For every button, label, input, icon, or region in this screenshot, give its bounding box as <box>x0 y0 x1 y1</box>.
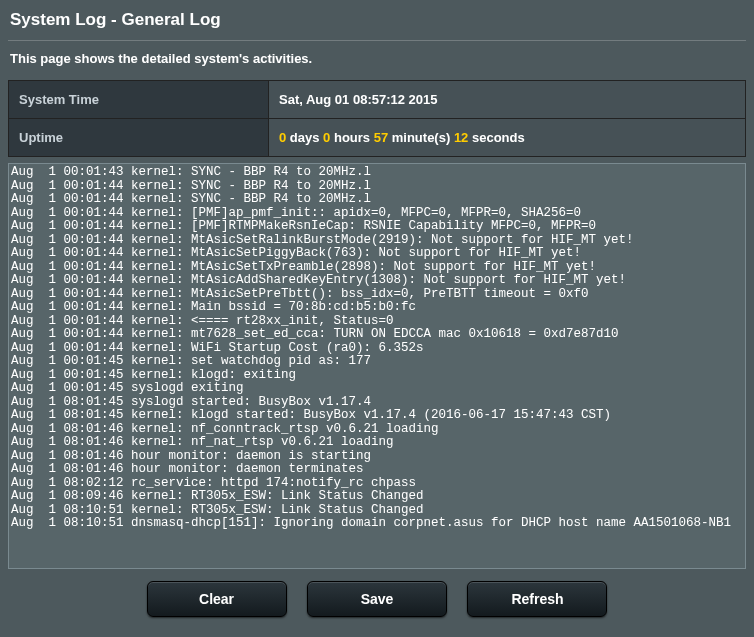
table-row: System Time Sat, Aug 01 08:57:12 2015 <box>9 81 746 119</box>
uptime-secs-t: seconds <box>468 130 524 145</box>
table-row: Uptime 0 days 0 hours 57 minute(s) 12 se… <box>9 119 746 157</box>
uptime-value: 0 days 0 hours 57 minute(s) 12 seconds <box>269 119 746 157</box>
system-time-label: System Time <box>9 81 269 119</box>
uptime-mins-t: minute(s) <box>388 130 454 145</box>
log-container <box>8 163 746 569</box>
button-row: Clear Save Refresh <box>8 569 746 617</box>
uptime-label: Uptime <box>9 119 269 157</box>
uptime-days-t: days <box>286 130 323 145</box>
system-time-value: Sat, Aug 01 08:57:12 2015 <box>269 81 746 119</box>
page-description: This page shows the detailed system's ac… <box>8 51 746 80</box>
save-button[interactable]: Save <box>307 581 447 617</box>
clear-button[interactable]: Clear <box>147 581 287 617</box>
divider <box>8 40 746 41</box>
uptime-secs-n: 12 <box>454 130 468 145</box>
uptime-mins-n: 57 <box>374 130 388 145</box>
page-title: System Log - General Log <box>8 0 746 40</box>
uptime-hours-t: hours <box>330 130 373 145</box>
refresh-button[interactable]: Refresh <box>467 581 607 617</box>
log-textarea[interactable] <box>9 164 745 564</box>
info-table: System Time Sat, Aug 01 08:57:12 2015 Up… <box>8 80 746 157</box>
